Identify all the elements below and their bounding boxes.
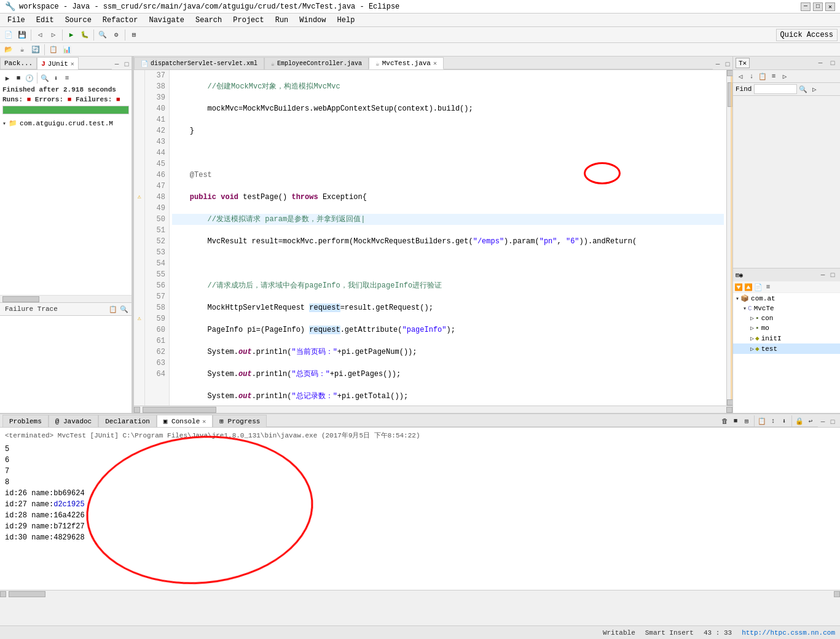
rs-btn1[interactable]: ◁	[736, 71, 745, 81]
tree-item-mo[interactable]: ▷ ▪ mo	[733, 323, 840, 333]
menu-run[interactable]: Run	[270, 15, 294, 26]
tree-btn1[interactable]: 🔽	[734, 283, 743, 291]
console-line-id27: id:27 name:d2c1925	[5, 499, 835, 510]
tree-item-con[interactable]: ▷ ▪ con	[733, 313, 840, 323]
tree-btn2[interactable]: 🔼	[744, 283, 753, 291]
tab-javadoc[interactable]: @ Javadoc	[49, 415, 98, 427]
tab-declaration[interactable]: Declaration	[98, 415, 157, 427]
tb2-btn4[interactable]: 📋	[47, 44, 60, 56]
tab-packages[interactable]: Pack...	[0, 57, 37, 69]
toolbar-forward-btn[interactable]: ▷	[47, 29, 60, 41]
rs-btn4[interactable]: ≡	[769, 71, 779, 81]
tb2-btn5[interactable]: 📊	[61, 44, 73, 56]
toolbar-search-btn[interactable]: 🔍	[96, 29, 109, 41]
code-content[interactable]: //创建MockMvc对象，构造模拟MvcMvc mockMvc=MockMvc…	[170, 70, 726, 406]
tab-problems[interactable]: Problems	[2, 415, 49, 427]
maximize-button[interactable]: □	[813, 2, 823, 11]
tb2-btn1[interactable]: 📂	[2, 44, 15, 56]
junit-history-btn[interactable]: 🕐	[25, 73, 34, 83]
rb-min-btn[interactable]: ─	[818, 270, 828, 280]
toolbar-build-btn[interactable]: ⚙	[110, 29, 122, 41]
editor-scrollbar[interactable]	[726, 70, 732, 406]
rs-btn5[interactable]: ▷	[780, 71, 790, 81]
find-btn[interactable]: 🔍	[798, 84, 808, 94]
toolbar-perspective-btn[interactable]: ⊞	[128, 29, 140, 41]
menu-project[interactable]: Project	[228, 15, 269, 26]
menu-search[interactable]: Search	[190, 15, 227, 26]
rs-btn3[interactable]: 📋	[758, 71, 767, 81]
minimize-button[interactable]: ─	[801, 2, 811, 11]
editor-ctrl-max[interactable]: □	[723, 60, 732, 69]
right-bottom-tab-label[interactable]: ⊞◉	[736, 272, 743, 279]
right-max-btn[interactable]: □	[828, 58, 838, 68]
junit-stop-btn[interactable]: ■	[14, 73, 23, 83]
close-button[interactable]: ✕	[825, 2, 835, 11]
right-min-btn[interactable]: ─	[815, 58, 825, 68]
rb-max-btn[interactable]: □	[828, 270, 838, 280]
console-btn5[interactable]: ↕	[768, 416, 778, 426]
junit-rerun-btn[interactable]: ▶	[2, 73, 12, 83]
menu-source[interactable]: Source	[60, 15, 96, 26]
console-btn6[interactable]: ⬇	[779, 416, 789, 426]
bottom-panel: Problems @ Javadoc Declaration ▣ Console…	[0, 413, 840, 597]
menu-help[interactable]: Help	[332, 15, 360, 26]
editor-h-scrollbar[interactable]	[134, 406, 732, 413]
tree-item-initi[interactable]: ▷ ◆ initI	[733, 333, 840, 343]
tree-btn3[interactable]: 📄	[754, 283, 763, 291]
junit-tree-item[interactable]: ▾ 📁 com.atguigu.crud.test.M	[2, 118, 129, 128]
junit-filter-btn[interactable]: 🔍	[40, 73, 50, 83]
panel-minimize[interactable]: ─	[112, 60, 122, 69]
right-tab-t[interactable]: T✕	[736, 58, 750, 68]
console-stop-btn[interactable]: ■	[731, 416, 740, 426]
junit-layout-btn[interactable]: ≡	[62, 73, 72, 83]
rs-btn2[interactable]: ↓	[747, 71, 756, 81]
junit-scroll-btn[interactable]: ⬇	[51, 73, 61, 83]
tab-mvctest[interactable]: ☕ MvcTest.java ✕	[369, 57, 444, 69]
junit-run-stats: Runs: ■ Errors: ■ Failures: ■	[2, 96, 129, 103]
console-scroll-lock[interactable]: 🔒	[795, 416, 804, 426]
console-btn4[interactable]: 📋	[757, 416, 767, 426]
tb2-btn3[interactable]: 🔄	[29, 44, 42, 56]
console-clear-btn[interactable]: 🗑	[720, 416, 729, 426]
tb2-btn2[interactable]: ☕	[16, 44, 28, 56]
tree-item-mvctest[interactable]: ▾ C MvcTe	[733, 304, 840, 313]
tab-employee-controller[interactable]: ☕ EmployeeController.java	[264, 57, 369, 69]
tab-junit[interactable]: J JUnit ✕	[37, 57, 79, 69]
console-btn3[interactable]: ⊞	[742, 416, 752, 426]
trace-filter-btn[interactable]: 🔍	[119, 304, 129, 314]
tree-btn4[interactable]: ≡	[764, 283, 772, 291]
tab-progress[interactable]: ⊞ Progress	[213, 415, 267, 427]
toolbar-debug-btn[interactable]: 🐛	[79, 29, 91, 41]
tab-dispatcher-xml[interactable]: 📄 dispatcherServlet-servlet.xml	[134, 57, 264, 69]
menu-edit[interactable]: Edit	[31, 15, 59, 26]
tree-item-com[interactable]: ▾ 📦 com.at	[733, 293, 840, 304]
menu-refactor[interactable]: Refactor	[98, 15, 143, 26]
toolbar-save-btn[interactable]: 💾	[16, 29, 28, 41]
find-next-btn[interactable]: ▷	[809, 84, 819, 94]
toolbar-run-btn[interactable]: ▶	[65, 29, 77, 41]
console-panel-max[interactable]: □	[828, 417, 838, 427]
console-word-wrap[interactable]: ↩	[806, 416, 815, 426]
trace-copy-btn[interactable]: 📋	[108, 304, 118, 314]
menu-navigate[interactable]: Navigate	[144, 15, 189, 26]
tree-item-test[interactable]: ▷ ◆ test	[733, 343, 840, 354]
panel-maximize[interactable]: □	[122, 60, 131, 69]
quick-access-input[interactable]: Quick Access	[776, 29, 838, 41]
tab-junit-close[interactable]: ✕	[71, 60, 74, 68]
gutter-60	[134, 324, 144, 335]
find-input[interactable]	[754, 84, 797, 94]
toolbar-back-btn[interactable]: ◁	[34, 29, 46, 41]
gutter-45	[134, 159, 144, 170]
menu-window[interactable]: Window	[294, 15, 331, 26]
console-panel-min[interactable]: ─	[818, 417, 828, 427]
toolbar-new-btn[interactable]: 📄	[2, 29, 15, 41]
code-line-49: System.out.println("当前页码："+pi.getPageNum…	[172, 347, 724, 358]
editor-ctrl-min[interactable]: ─	[713, 60, 723, 69]
junit-toolbar: ▶ ■ 🕐 🔍 ⬇ ≡	[2, 73, 129, 84]
tab-console-close[interactable]: ✕	[202, 418, 206, 425]
console-h-scrollbar[interactable]	[0, 590, 840, 597]
tab-mvctest-close[interactable]: ✕	[433, 60, 437, 67]
tab-console[interactable]: ▣ Console ✕	[157, 415, 213, 427]
left-scrollbar[interactable]	[0, 295, 131, 302]
menu-file[interactable]: File	[2, 15, 30, 26]
